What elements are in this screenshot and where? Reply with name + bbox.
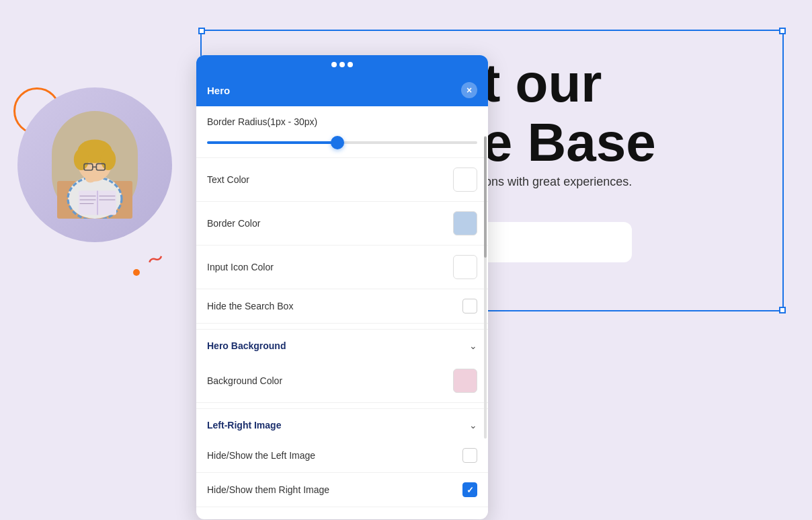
input-icon-color-label: Input Icon Color xyxy=(207,262,274,272)
hide-search-checkbox[interactable] xyxy=(462,299,477,313)
drag-dots xyxy=(331,62,353,67)
avatar-circle xyxy=(17,87,172,242)
panel-body: Border Radius(1px - 30px) Text Color Bor… xyxy=(196,106,488,519)
hero-background-chevron: ⌄ xyxy=(469,340,477,351)
hide-search-row: Hide the Search Box xyxy=(196,289,488,324)
input-icon-color-swatch[interactable] xyxy=(453,255,477,279)
svg-point-7 xyxy=(101,149,116,170)
border-radius-label: Border Radius(1px - 30px) xyxy=(207,116,317,127)
hide-right-image-row: Hide/Show them Right Image xyxy=(196,473,488,507)
spacer-2 xyxy=(196,403,488,408)
border-radius-slider[interactable] xyxy=(207,141,477,144)
background-color-label: Background Color xyxy=(207,375,282,386)
hero-background-title: Hero Background xyxy=(207,340,286,351)
svg-point-11 xyxy=(85,174,96,183)
background-color-swatch[interactable] xyxy=(453,369,477,393)
border-color-swatch[interactable] xyxy=(453,211,477,235)
panel-close-button[interactable]: × xyxy=(461,82,477,98)
border-radius-slider-container xyxy=(196,132,488,158)
bottom-padding xyxy=(196,507,488,519)
panel-drag-handle[interactable] xyxy=(196,55,488,74)
input-icon-color-row: Input Icon Color xyxy=(196,246,488,289)
hide-left-image-row: Hide/Show the Left Image xyxy=(196,439,488,473)
scrollbar-thumb xyxy=(484,137,487,258)
left-right-image-section-header[interactable]: Left-Right Image ⌄ xyxy=(196,408,488,439)
hero-settings-panel: Hero × Border Radius(1px - 30px) Text Co… xyxy=(196,55,488,519)
hide-left-image-label: Hide/Show the Left Image xyxy=(207,450,315,461)
svg-point-6 xyxy=(74,149,89,170)
orange-dot xyxy=(133,269,140,276)
left-right-image-chevron: ⌄ xyxy=(469,420,477,431)
panel-header: Hero × xyxy=(196,74,488,106)
hide-right-image-label: Hide/Show them Right Image xyxy=(207,484,329,495)
border-color-row: Border Color xyxy=(196,202,488,246)
panel-scrollbar[interactable] xyxy=(484,136,487,439)
hide-right-image-checkbox[interactable] xyxy=(462,482,477,497)
panel-title: Hero xyxy=(207,85,230,96)
text-color-label: Text Color xyxy=(207,174,249,185)
text-color-swatch[interactable] xyxy=(453,168,477,192)
left-right-image-title: Left-Right Image xyxy=(207,420,281,431)
hide-search-label: Hide the Search Box xyxy=(207,301,293,311)
spacer-1 xyxy=(196,324,488,329)
border-radius-label-row: Border Radius(1px - 30px) xyxy=(196,106,488,132)
hero-background-section-header[interactable]: Hero Background ⌄ xyxy=(196,329,488,359)
text-color-row: Text Color xyxy=(196,158,488,202)
hide-left-image-checkbox[interactable] xyxy=(462,448,477,463)
border-color-label: Border Color xyxy=(207,218,260,229)
background-color-row: Background Color xyxy=(196,359,488,403)
person-illustration xyxy=(41,111,149,219)
